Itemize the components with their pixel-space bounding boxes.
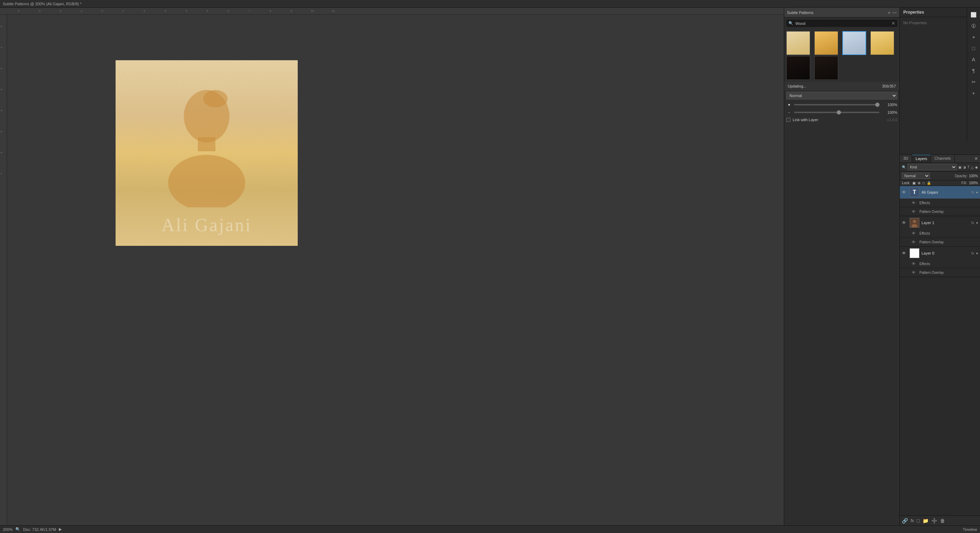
layer-row-0[interactable]: 👁 Layer 0 fx ▾ <box>900 247 980 259</box>
layers-lock-row: Lock: ▣ ⊕ □ 🔒 Fill: 100% <box>900 180 980 186</box>
pattern-item-4[interactable] <box>870 31 894 55</box>
tool-properties[interactable]: 🛈 <box>969 21 978 31</box>
tool-move[interactable]: ⌖ <box>969 32 978 42</box>
sub-eye-pattern-2[interactable]: 👁 <box>912 240 917 244</box>
sub-layer-pattern-3: 👁 Pattern Overlay <box>900 268 980 277</box>
sub-layer-pattern-2: 👁 Pattern Overlay <box>900 238 980 247</box>
svg-point-5 <box>913 220 916 223</box>
panel-menu-icon[interactable]: — <box>892 10 897 15</box>
svg-point-3 <box>168 155 245 207</box>
zoom-icon[interactable]: 🔍 <box>16 527 20 531</box>
layer-expand-0[interactable]: ▾ <box>976 251 978 255</box>
fill-label: Fill: <box>961 181 967 185</box>
pattern-overlay-label-1: Pattern Overlay <box>920 210 943 214</box>
lock-all-icon[interactable]: 🔒 <box>927 181 931 185</box>
layer-item-0: 👁 Layer 0 fx ▾ 👁 Effects <box>900 247 980 277</box>
zoom-level: 200% <box>3 527 13 531</box>
filter-smart-icon[interactable]: ◆ <box>975 165 978 169</box>
layer-fx-0[interactable]: fx <box>971 251 974 255</box>
doc-info-arrow[interactable]: ▶ <box>59 527 62 531</box>
blend-mode-layers-select[interactable]: Normal Multiply <box>902 173 930 179</box>
scale-value: 100% <box>881 110 897 115</box>
blend-mode-select[interactable]: Normal Multiply Screen <box>786 92 897 99</box>
layers-list: 👁 T Ali Gajani fx ▾ 👁 Effects <box>900 186 980 515</box>
canvas-image: Ali Gajani <box>116 60 298 246</box>
timeline-tab[interactable]: Timeline <box>963 527 977 531</box>
effects-label-2: Effects <box>920 231 930 235</box>
opacity-label: Opacity: <box>955 174 968 178</box>
sub-eye-pattern-1[interactable]: 👁 <box>912 209 917 214</box>
sub-eye-effects-3[interactable]: 👁 <box>912 262 917 266</box>
lock-pixels-icon[interactable]: ▣ <box>912 181 916 185</box>
pattern-item-1[interactable] <box>786 31 810 55</box>
pattern-item-5[interactable] <box>786 56 810 80</box>
tab-3d[interactable]: 3D <box>900 155 912 162</box>
pattern-item-3[interactable] <box>842 31 866 55</box>
lock-label: Lock: <box>902 181 910 185</box>
subtle-patterns-header: Subtle Patterns » — <box>784 8 899 18</box>
tool-type[interactable]: A <box>969 55 978 64</box>
filter-shape-icon[interactable]: △ <box>971 165 974 169</box>
panel-status: Updating... 356/357 <box>784 82 899 90</box>
layer-eye-1[interactable]: 👁 <box>902 220 907 225</box>
scale-thumb[interactable] <box>837 110 841 115</box>
layer-row-1[interactable]: 👁 Layer 1 fx ▾ <box>900 216 980 229</box>
tool-paragraph[interactable]: ¶ <box>969 66 978 76</box>
sub-eye-effects-2[interactable]: 👁 <box>912 231 917 235</box>
person-silhouette <box>165 88 249 207</box>
layer-thumb-0 <box>910 248 920 258</box>
link-checkbox[interactable] <box>786 118 791 122</box>
title-bar: Subtle Patterns @ 200% (Ali Gajani, RGB/… <box>0 0 980 8</box>
opacity-value: 100% <box>881 103 897 107</box>
canvas-title-text: Ali Gajani <box>116 215 298 235</box>
layer-item-1: 👁 Layer 1 fx ▾ <box>900 216 980 247</box>
kind-select[interactable]: Kind <box>907 164 957 170</box>
effects-label-1: Effects <box>920 201 930 205</box>
layer-eye-0[interactable]: 👁 <box>902 251 907 256</box>
add-mask-icon[interactable]: □ <box>916 518 920 523</box>
lock-position-icon[interactable]: ⊕ <box>918 181 920 185</box>
pattern-item-2[interactable] <box>815 31 838 55</box>
panel-expand-icon[interactable]: » <box>888 10 890 15</box>
search-bar[interactable]: 🔍 ✕ <box>786 20 897 27</box>
layer-row-ali-gajani[interactable]: 👁 T Ali Gajani fx ▾ <box>900 186 980 199</box>
lock-artboard-icon[interactable]: □ <box>923 181 925 185</box>
layer-fx-ali-gajani[interactable]: fx <box>971 191 974 194</box>
sub-layer-effects-3: 👁 Effects <box>900 259 980 268</box>
tool-pen[interactable]: ✂ <box>969 77 978 87</box>
filter-label: 🔍 <box>902 165 906 169</box>
sub-eye-pattern-3[interactable]: 👁 <box>912 270 917 275</box>
search-clear-icon[interactable]: ✕ <box>891 21 895 26</box>
pattern-item-6[interactable] <box>815 56 838 80</box>
layer-eye-ali-gajani[interactable]: 👁 <box>902 190 907 195</box>
delete-layer-icon[interactable]: 🗑 <box>940 518 945 523</box>
filter-type-icon[interactable]: T <box>967 165 969 169</box>
filter-adjust-icon[interactable]: ◑ <box>963 165 966 169</box>
doc-info: Doc: 732.4K/1.97M <box>23 527 56 531</box>
search-input[interactable] <box>795 21 889 25</box>
tool-artboard[interactable]: □ <box>969 43 978 53</box>
ruler-vertical: 0 1 2 3 4 5 6 7 <box>0 15 7 525</box>
opacity-value-layers[interactable]: 100% <box>969 174 978 178</box>
canvas-area[interactable]: Ali Gajani <box>7 15 784 525</box>
filter-pixel-icon[interactable]: ▣ <box>958 165 961 169</box>
opacity-track[interactable] <box>794 104 880 105</box>
layers-panel-close[interactable]: ✕ <box>972 155 980 162</box>
new-layer-icon[interactable]: ➕ <box>931 518 937 523</box>
add-fx-icon[interactable]: fx <box>911 518 914 523</box>
scale-track[interactable] <box>794 112 880 113</box>
tab-layers[interactable]: Layers <box>912 155 931 162</box>
tool-brush[interactable]: + <box>969 88 978 98</box>
tab-channels[interactable]: Channels <box>931 155 955 162</box>
layer-fx-1[interactable]: fx <box>971 221 974 225</box>
opacity-thumb[interactable] <box>875 103 880 107</box>
layer-expand-ali-gajani[interactable]: ▾ <box>976 191 978 194</box>
pattern-grid <box>784 29 899 82</box>
link-layers-icon[interactable]: 🔗 <box>902 518 908 523</box>
tool-selection[interactable]: ⬜ <box>969 10 978 20</box>
new-group-icon[interactable]: 📁 <box>923 518 929 523</box>
sub-eye-effects-1[interactable]: 👁 <box>912 200 917 205</box>
layers-panel: 3D Layers Channels ✕ 🔍 Kind ▣ ◑ T △ ◆ <box>900 155 980 525</box>
fill-value[interactable]: 100% <box>969 181 978 185</box>
layer-expand-1[interactable]: ▾ <box>976 221 978 225</box>
